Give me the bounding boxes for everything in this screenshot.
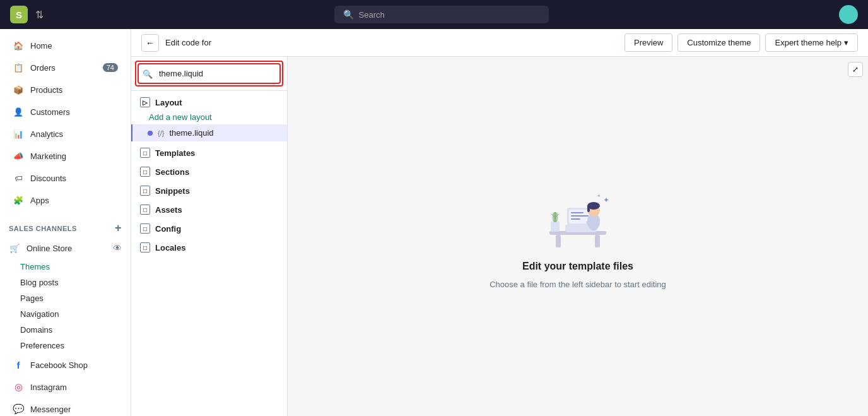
sidebar-item-products[interactable]: 📦 Products (4, 79, 127, 100)
sidebar-item-instagram[interactable]: ◎ Instagram (4, 376, 127, 398)
file-search-input[interactable] (138, 63, 281, 84)
expand-button[interactable]: ⤢ (848, 62, 863, 77)
sections-section-header: □ Sections (131, 160, 287, 179)
file-section-assets: □ Assets (131, 198, 287, 217)
nav-sidebar: 🏠 Home 📋 Orders 74 📦 Products 👤 Customer… (0, 29, 131, 416)
dropdown-chevron-icon: ▾ (844, 38, 848, 47)
file-list: ▷ Layout Add a new layout {/} theme.liqu… (131, 91, 287, 416)
back-button[interactable]: ← (141, 34, 159, 52)
svg-rect-8 (571, 218, 580, 220)
messenger-icon: 💬 (13, 403, 24, 415)
sidebar-item-apps[interactable]: 🧩 Apps (4, 189, 127, 211)
sidebar-subitem-domains[interactable]: Domains (0, 322, 131, 338)
sidebar-item-label: Home (30, 41, 52, 51)
sidebar-item-orders[interactable]: 📋 Orders 74 (4, 57, 127, 78)
analytics-icon: 📊 (13, 128, 24, 140)
file-sidebar: 🔍 ▷ Layout Add a new layout (131, 57, 288, 416)
sidebar-subitem-blog-posts[interactable]: Blog posts (0, 275, 131, 290)
add-new-layout-link[interactable]: Add a new layout (131, 110, 287, 124)
search-placeholder: Search (359, 10, 385, 20)
eye-icon[interactable]: 👁 (113, 243, 122, 253)
assets-folder-icon: □ (140, 205, 150, 215)
empty-state: ✦ ✦ Edit your template files Choose a fi… (490, 184, 666, 289)
search-icon: 🔍 (343, 9, 354, 20)
sidebar-item-customers[interactable]: 👤 Customers (4, 101, 127, 122)
locales-folder-icon: □ (140, 242, 150, 253)
expert-theme-help-button[interactable]: Expert theme help ▾ (765, 33, 858, 52)
sidebar-item-label: Discounts (30, 174, 66, 183)
file-code-icon: {/} (158, 129, 164, 137)
sidebar-item-marketing[interactable]: 📣 Marketing (4, 145, 127, 167)
sidebar-subitem-themes[interactable]: Themes (0, 259, 131, 275)
marketing-icon: 📣 (13, 150, 24, 162)
facebook-icon: f (13, 359, 24, 371)
config-folder-icon: □ (140, 223, 150, 234)
avatar[interactable] (839, 5, 858, 24)
svg-rect-12 (587, 206, 590, 212)
assets-section-header: □ Assets (131, 198, 287, 217)
config-section-header: □ Config (131, 217, 287, 236)
sidebar-subitem-preferences[interactable]: Preferences (0, 338, 131, 354)
svg-rect-7 (571, 215, 589, 217)
products-icon: 📦 (13, 84, 24, 95)
sales-channels-header: SALES CHANNELS + (0, 211, 131, 237)
sidebar-item-online-store[interactable]: 🛒 Online Store 👁 (0, 238, 131, 258)
active-file-dot (148, 131, 153, 136)
search-bar[interactable]: 🔍 Search (334, 6, 549, 23)
svg-text:✦: ✦ (597, 193, 601, 199)
sidebar-item-label: Customers (30, 107, 70, 117)
file-section-sections: □ Sections (131, 160, 287, 179)
orders-badge: 74 (103, 63, 118, 72)
preview-button[interactable]: Preview (625, 33, 672, 52)
svg-rect-2 (595, 235, 600, 247)
orders-icon: 📋 (13, 62, 24, 73)
nav-menu: 🏠 Home 📋 Orders 74 📦 Products 👤 Customer… (0, 29, 131, 416)
sidebar-item-label: Instagram (30, 383, 67, 392)
file-section-templates: □ Templates (131, 141, 287, 160)
snippets-section-header: □ Snippets (131, 179, 287, 198)
sidebar-item-label: Messenger (30, 405, 71, 414)
svg-rect-1 (556, 235, 561, 247)
templates-folder-icon: □ (140, 148, 150, 158)
file-search-container: 🔍 (131, 57, 287, 91)
snippets-folder-icon: □ (140, 186, 150, 196)
file-section-locales: □ Locales (131, 236, 287, 255)
edit-code-header: ← Edit code for Preview Customize theme … (131, 29, 868, 57)
sidebar-item-analytics[interactable]: 📊 Analytics (4, 123, 127, 145)
sidebar-item-label: Orders (30, 63, 56, 73)
sidebar-item-messenger[interactable]: 💬 Messenger (4, 398, 127, 416)
sidebar-item-label: Facebook Shop (30, 360, 88, 370)
sidebar-item-facebook-shop[interactable]: f Facebook Shop (4, 354, 127, 376)
search-file-icon: 🔍 (143, 69, 153, 78)
sidebar-item-label: Products (30, 85, 62, 95)
sidebar-item-label: Apps (30, 196, 49, 205)
file-section-config: □ Config (131, 217, 287, 236)
svg-rect-16 (551, 222, 560, 232)
store-icon: 🛒 (9, 242, 20, 254)
file-item-theme-liquid[interactable]: {/} theme.liquid (131, 124, 287, 141)
layout-section-header: ▷ Layout (131, 91, 287, 110)
sidebar-subitem-navigation[interactable]: Navigation (0, 306, 131, 322)
discounts-icon: 🏷 (13, 172, 24, 184)
sidebar-item-home[interactable]: 🏠 Home (4, 35, 127, 56)
sidebar-item-discounts[interactable]: 🏷 Discounts (4, 167, 127, 189)
locales-section-header: □ Locales (131, 236, 287, 255)
layout-folder-icon: ▷ (140, 97, 150, 107)
add-channel-icon[interactable]: + (115, 222, 122, 235)
file-section-snippets: □ Snippets (131, 179, 287, 198)
shopify-logo: S (10, 6, 28, 23)
editor-area: ⤢ (288, 57, 868, 416)
sidebar-item-label: Analytics (30, 129, 63, 139)
svg-text:✦: ✦ (603, 196, 609, 205)
empty-state-illustration: ✦ ✦ (537, 184, 619, 253)
main-area: ← Edit code for Preview Customize theme … (131, 29, 868, 416)
customers-icon: 👤 (13, 106, 24, 117)
instagram-icon: ◎ (13, 381, 24, 393)
empty-state-title: Edit your template files (522, 261, 633, 272)
topbar-arrows[interactable]: ⇅ (35, 9, 44, 21)
file-section-layout: ▷ Layout Add a new layout {/} theme.liqu… (131, 91, 287, 141)
editor-toolbar: ⤢ (848, 62, 863, 77)
sidebar-subitem-pages[interactable]: Pages (0, 290, 131, 306)
sections-folder-icon: □ (140, 167, 150, 177)
customize-theme-button[interactable]: Customize theme (677, 33, 760, 52)
